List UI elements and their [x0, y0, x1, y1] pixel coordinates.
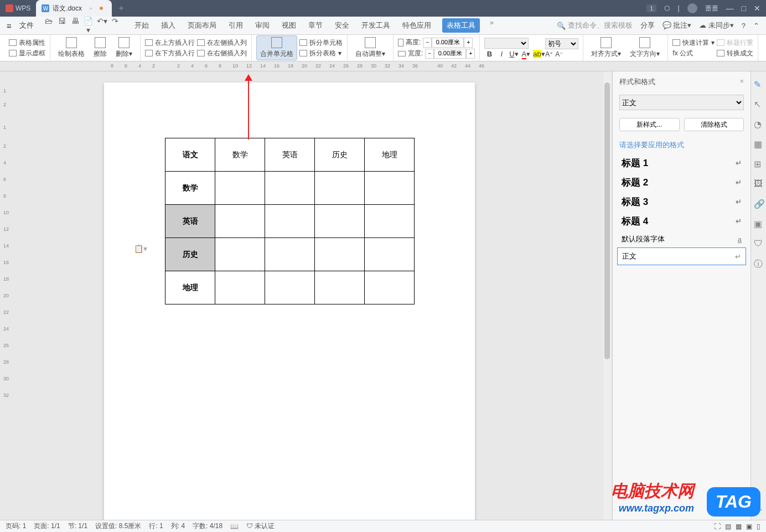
- table-cell[interactable]: 数学: [215, 138, 265, 172]
- help-pane-icon[interactable]: ⓘ: [754, 259, 764, 268]
- height-minus-button[interactable]: −: [423, 38, 432, 48]
- width-minus-button[interactable]: −: [425, 49, 434, 59]
- style-item-heading4[interactable]: 标题 4↵: [617, 211, 746, 231]
- table-cell[interactable]: [265, 172, 315, 205]
- vertical-scrollbar[interactable]: [603, 71, 611, 520]
- convert-text-button[interactable]: 转换成文: [717, 49, 753, 58]
- current-style-select[interactable]: 正文: [619, 95, 744, 110]
- highlight-button[interactable]: ab▾: [533, 50, 543, 58]
- document-table[interactable]: 语文 数学 英语 历史 地理 数学 英语 历史: [165, 138, 415, 304]
- style-item-default-font[interactable]: 默认段落字体a: [617, 231, 746, 247]
- table-cell[interactable]: 地理: [365, 138, 415, 172]
- table-cell[interactable]: [215, 172, 265, 205]
- new-tab-button[interactable]: +: [112, 3, 130, 13]
- share-button[interactable]: 分享: [640, 20, 655, 30]
- user-avatar-icon[interactable]: [687, 3, 697, 13]
- collapse-ribbon-icon[interactable]: ⌃: [753, 22, 759, 30]
- auto-adjust-button[interactable]: 自动调整▾: [352, 36, 389, 60]
- height-plus-button[interactable]: +: [464, 38, 473, 48]
- view-mode-read-icon[interactable]: ▦: [736, 523, 742, 530]
- tabs-overflow-icon[interactable]: »: [490, 18, 494, 33]
- tab-start[interactable]: 开始: [133, 18, 150, 33]
- height-input[interactable]: [432, 38, 464, 48]
- new-style-button[interactable]: 新样式...: [619, 118, 680, 131]
- hamburger-icon[interactable]: ≡: [4, 19, 14, 33]
- file-menu[interactable]: 文件: [16, 18, 37, 33]
- notification-badge[interactable]: 1: [646, 4, 656, 12]
- table-cell[interactable]: 英语: [265, 138, 315, 172]
- gallery-pane-icon[interactable]: 🖼: [754, 179, 764, 189]
- tab-view[interactable]: 视图: [281, 18, 297, 33]
- open-icon[interactable]: 🗁: [44, 17, 54, 34]
- italic-button[interactable]: I: [496, 50, 506, 58]
- shape-pane-icon[interactable]: ◔: [754, 119, 764, 129]
- tab-insert[interactable]: 插入: [160, 18, 177, 33]
- table-cell[interactable]: 地理: [165, 271, 215, 304]
- table-cell-selected[interactable]: 英语: [165, 205, 215, 238]
- maximize-button[interactable]: □: [742, 4, 746, 13]
- delete-button[interactable]: 删除▾: [112, 36, 136, 60]
- outline-pane-icon[interactable]: ⊞: [754, 159, 764, 169]
- table-cell[interactable]: [365, 205, 415, 238]
- insert-row-below-button[interactable]: 在下方插入行: [145, 49, 195, 58]
- split-cell-button[interactable]: 拆分单元格: [299, 38, 343, 48]
- table-properties-button[interactable]: 表格属性: [9, 38, 45, 48]
- clipboard-pane-icon[interactable]: ▣: [754, 219, 764, 229]
- horizontal-ruler[interactable]: 8 6 4 2 2 4 6 8 10 12 14 16 18 20 22 24 …: [0, 61, 766, 71]
- panel-close-icon[interactable]: ×: [739, 77, 744, 87]
- font-size-select[interactable]: 初号: [545, 38, 578, 49]
- tab-review[interactable]: 审阅: [254, 18, 271, 33]
- status-col[interactable]: 列: 4: [171, 521, 185, 531]
- table-cell[interactable]: [315, 271, 365, 304]
- table-cell[interactable]: 语文: [165, 138, 215, 172]
- tab-reference[interactable]: 引用: [227, 18, 244, 33]
- status-section[interactable]: 节: 1/1: [68, 521, 87, 531]
- document-tab[interactable]: W 语文.docx ▫: [36, 0, 112, 17]
- insert-col-right-button[interactable]: 在右侧插入列: [197, 49, 247, 58]
- align-button[interactable]: 对齐方式▾: [588, 36, 624, 60]
- tab-special[interactable]: 特色应用: [401, 18, 432, 33]
- table-cell[interactable]: [215, 238, 265, 271]
- tab-table-tools[interactable]: 表格工具: [442, 18, 480, 33]
- save-icon[interactable]: 🖫: [57, 17, 67, 34]
- tab-chapter[interactable]: 章节: [307, 18, 324, 33]
- font-family-select[interactable]: [484, 38, 529, 49]
- view-mode-print-icon[interactable]: ▤: [725, 523, 731, 530]
- view-mode-outline-icon[interactable]: ▯: [757, 523, 760, 530]
- table-cell[interactable]: [365, 238, 415, 271]
- print-icon[interactable]: 🖶: [70, 17, 80, 34]
- style-item-heading3[interactable]: 标题 3↵: [617, 192, 746, 211]
- scrollbar-thumb[interactable]: [604, 82, 610, 359]
- status-chars[interactable]: 字数: 4/18: [193, 521, 222, 531]
- table-cell[interactable]: [265, 271, 315, 304]
- style-item-body[interactable]: 正文↵: [617, 247, 746, 265]
- quick-calc-button[interactable]: 快速计算▾: [672, 38, 715, 48]
- font-color-button[interactable]: A▾: [521, 50, 531, 58]
- status-page[interactable]: 页面: 1/1: [34, 521, 60, 531]
- merge-cells-button[interactable]: 合并单元格: [256, 35, 297, 60]
- vertical-ruler[interactable]: 1 2 1 2 4 6 8 10 12 14 16 18 20 22 24 26…: [0, 71, 13, 520]
- fullscreen-icon[interactable]: ⛶: [714, 523, 721, 530]
- table-cell[interactable]: [315, 238, 365, 271]
- eraser-button[interactable]: 擦除: [90, 36, 110, 60]
- minimize-button[interactable]: —: [726, 4, 734, 13]
- link-pane-icon[interactable]: 🔗: [754, 199, 764, 209]
- layout-pane-icon[interactable]: ▦: [754, 139, 764, 149]
- table-cell[interactable]: [265, 205, 315, 238]
- decrease-font-button[interactable]: A⁻: [555, 50, 563, 58]
- table-cell[interactable]: [315, 205, 365, 238]
- tab-layout[interactable]: 页面布局: [187, 18, 218, 33]
- width-plus-button[interactable]: +: [466, 49, 475, 59]
- table-cell[interactable]: [365, 172, 415, 205]
- increase-font-button[interactable]: A⁺: [545, 50, 553, 58]
- table-cell[interactable]: [315, 172, 365, 205]
- status-cert[interactable]: 🛡 未认证: [246, 521, 275, 531]
- app-logo[interactable]: WPS: [0, 0, 36, 17]
- view-mode-web-icon[interactable]: ▣: [746, 523, 752, 530]
- status-row[interactable]: 行: 1: [149, 521, 163, 531]
- title-row-button[interactable]: 标题行重: [717, 38, 753, 48]
- redo-icon[interactable]: ↷: [110, 17, 120, 34]
- tab-dev[interactable]: 开发工具: [360, 18, 391, 33]
- insert-row-above-button[interactable]: 在上方插入行: [145, 38, 195, 48]
- paste-options-icon[interactable]: 📋▾: [134, 244, 147, 253]
